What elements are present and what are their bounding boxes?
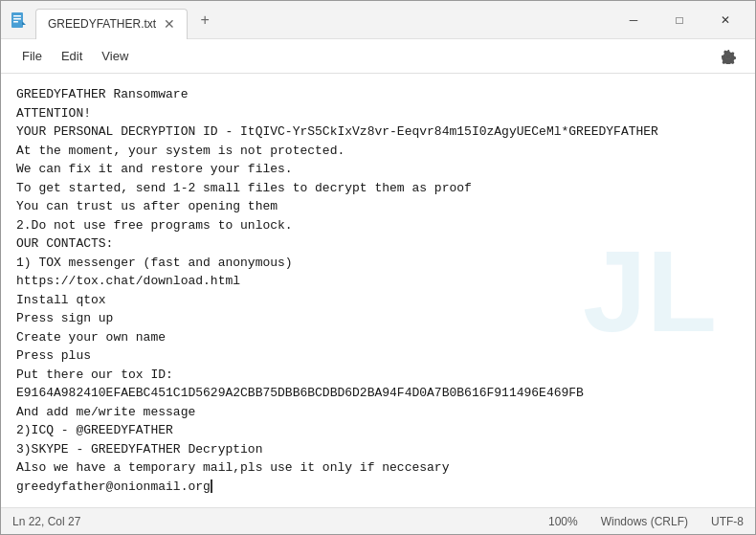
title-bar-controls: ─ □ ✕ [611, 5, 747, 35]
zoom-level[interactable]: 100% [548, 515, 578, 528]
app-icon [9, 11, 28, 30]
encoding[interactable]: UTF-8 [711, 515, 744, 528]
svg-rect-2 [13, 18, 21, 20]
menu-bar: File Edit View [1, 39, 755, 74]
tab-close-button[interactable]: ✕ [164, 17, 175, 31]
menu-view[interactable]: View [92, 43, 138, 69]
title-bar-left: GREEDYFATHER.txt ✕ + [9, 1, 611, 39]
minimize-button[interactable]: ─ [611, 5, 656, 35]
tab-container: GREEDYFATHER.txt ✕ + [35, 1, 218, 39]
status-bar: Ln 22, Col 27 100% Windows (CRLF) UTF-8 [1, 507, 755, 534]
text-cursor [211, 479, 212, 493]
tab-title: GREEDYFATHER.txt [48, 17, 156, 31]
svg-rect-1 [13, 15, 21, 17]
maximize-button[interactable]: □ [657, 5, 701, 35]
cursor-position: Ln 22, Col 27 [12, 515, 548, 528]
menu-bar-right [713, 41, 744, 72]
title-bar: GREEDYFATHER.txt ✕ + ─ □ ✕ [1, 1, 755, 39]
content-area: JL GREEDYFATHER Ransomware ATTENTION! YO… [1, 74, 755, 507]
new-tab-button[interactable]: + [191, 7, 218, 33]
status-right: 100% Windows (CRLF) UTF-8 [548, 515, 744, 528]
notepad-window: GREEDYFATHER.txt ✕ + ─ □ ✕ File Edit Vie… [0, 0, 756, 535]
menu-edit[interactable]: Edit [52, 43, 92, 69]
active-tab[interactable]: GREEDYFATHER.txt ✕ [35, 9, 188, 39]
menu-file[interactable]: File [12, 43, 52, 69]
svg-rect-3 [13, 21, 18, 23]
svg-rect-0 [11, 12, 23, 28]
settings-button[interactable] [713, 41, 744, 72]
line-ending[interactable]: Windows (CRLF) [601, 515, 688, 528]
close-button[interactable]: ✕ [703, 5, 747, 35]
text-editor[interactable]: GREEDYFATHER Ransomware ATTENTION! YOUR … [1, 74, 755, 507]
svg-marker-5 [22, 21, 26, 25]
